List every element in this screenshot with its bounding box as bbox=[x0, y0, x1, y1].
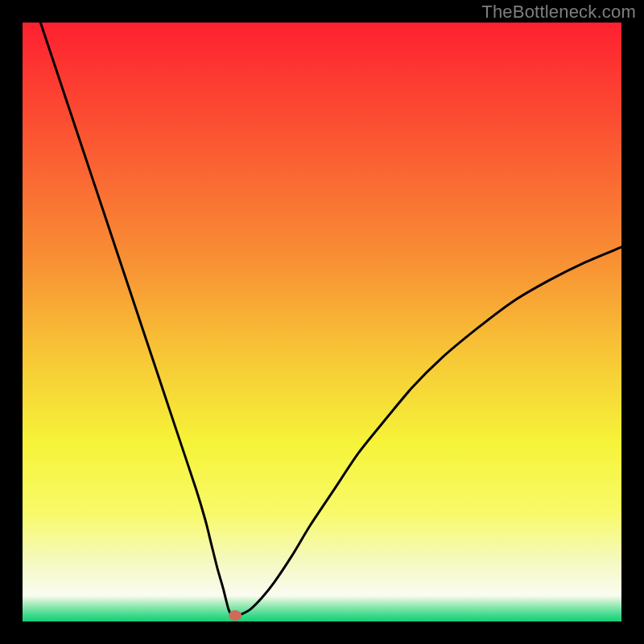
watermark-text: TheBottleneck.com bbox=[481, 2, 636, 23]
chart-frame: TheBottleneck.com bbox=[0, 0, 644, 644]
optimum-marker bbox=[229, 610, 242, 621]
chart-svg bbox=[23, 23, 621, 621]
plot-area bbox=[23, 23, 621, 621]
gradient-background bbox=[23, 23, 621, 621]
